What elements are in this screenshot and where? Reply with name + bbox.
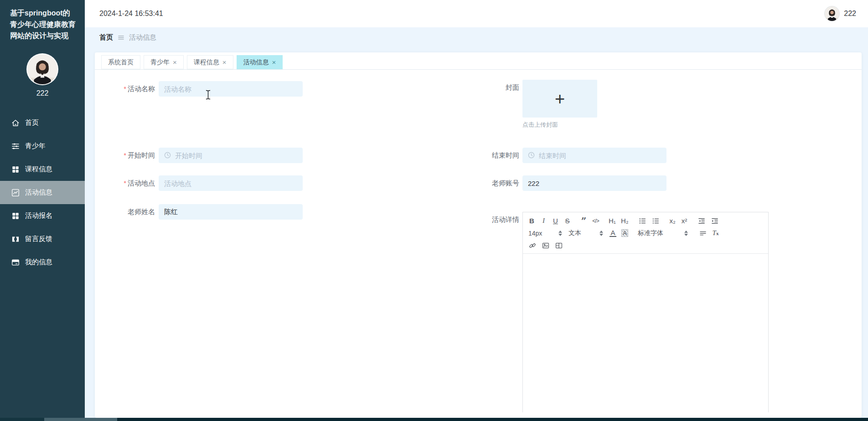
- sidebar-menu: 首页 青少年 课程信息 活动信息 活动报名 留言反馈 我的信息: [0, 111, 85, 274]
- heading2-button[interactable]: H₂: [621, 217, 629, 225]
- toolbar-row-1: B I U S ” </> H₁ H₂ x₂ x²: [528, 215, 763, 226]
- close-icon[interactable]: ×: [272, 59, 276, 66]
- align-icon[interactable]: [699, 229, 707, 237]
- chart-icon: [11, 188, 20, 197]
- tab-courses[interactable]: 课程信息 ×: [187, 55, 233, 69]
- font-family-select[interactable]: 标准字体: [638, 229, 688, 237]
- strikethrough-button[interactable]: S: [564, 217, 571, 225]
- sidebar-item-signup[interactable]: 活动报名: [0, 204, 85, 227]
- activity-location-input[interactable]: [159, 175, 303, 191]
- teacher-account-input[interactable]: [522, 175, 666, 191]
- sidebar-item-feedback[interactable]: 留言反馈: [0, 227, 85, 251]
- avatar[interactable]: [825, 6, 839, 21]
- field-label: *活动地点: [95, 175, 155, 191]
- start-time-picker: [159, 148, 303, 163]
- tab-bar: 系统首页 青少年 × 课程信息 × 活动信息 ×: [101, 55, 283, 69]
- required-star: *: [124, 151, 126, 159]
- sidebar-item-courses[interactable]: 课程信息: [0, 158, 85, 181]
- editor-content[interactable]: [523, 254, 768, 416]
- code-button[interactable]: </>: [592, 218, 599, 224]
- paragraph-format-select[interactable]: 文本: [568, 229, 603, 237]
- field-label: *开始时间: [95, 148, 155, 163]
- start-time-input[interactable]: [159, 148, 303, 163]
- grid-icon: [11, 211, 20, 221]
- end-time-picker: [522, 148, 666, 163]
- breadcrumb-current: 活动信息: [129, 33, 156, 42]
- sidebar-item-label: 课程信息: [25, 165, 52, 174]
- field-label: 老师姓名: [95, 204, 155, 220]
- link-icon[interactable]: [528, 241, 537, 249]
- home-icon: [11, 118, 20, 128]
- close-icon[interactable]: ×: [222, 59, 227, 66]
- user-photo-icon: [825, 6, 839, 21]
- heading1-button[interactable]: H₁: [609, 217, 616, 225]
- indent-icon[interactable]: [711, 216, 719, 225]
- sidebar-item-myinfo[interactable]: 我的信息: [0, 251, 85, 274]
- sidebar-item-label: 首页: [25, 118, 39, 127]
- video-icon[interactable]: [555, 241, 563, 249]
- tab-label: 课程信息: [194, 58, 219, 67]
- tab-system-home[interactable]: 系统首页: [101, 55, 140, 69]
- rich-text-editor: B I U S ” </> H₁ H₂ x₂ x²: [522, 212, 769, 412]
- field-label: 结束时间: [465, 148, 519, 163]
- editor-toolbar: B I U S ” </> H₁ H₂ x₂ x²: [523, 212, 768, 254]
- sliders-icon: [11, 142, 20, 151]
- sidebar: 基于springboot的青少年心理健康教育网站的设计与实现 222 首页 青少…: [0, 0, 85, 418]
- blockquote-button[interactable]: ”: [580, 219, 587, 223]
- sidebar-item-label: 活动信息: [25, 188, 52, 197]
- content-area: 首页 活动信息 系统首页 青少年 × 课程信息 × 活动信息 × *活: [85, 27, 868, 418]
- avatar: [26, 53, 58, 85]
- end-time-input[interactable]: [522, 148, 666, 163]
- sidebar-item-label: 我的信息: [25, 258, 52, 267]
- outdent-icon[interactable]: [698, 216, 706, 225]
- toolbar-row-3: [528, 240, 763, 250]
- clock-icon: [527, 151, 535, 159]
- cover-upload-box[interactable]: +: [522, 80, 597, 118]
- main-card: 系统首页 青少年 × 课程信息 × 活动信息 × *活动名称 封面 +: [95, 52, 862, 418]
- sidebar-item-label: 留言反馈: [25, 235, 52, 243]
- required-star: *: [124, 85, 126, 92]
- tab-youth[interactable]: 青少年 ×: [144, 55, 184, 69]
- sidebar-item-home[interactable]: 首页: [0, 111, 85, 134]
- field-label: 活动详情: [465, 212, 519, 227]
- close-icon[interactable]: ×: [173, 59, 177, 66]
- horizontal-scrollbar[interactable]: [0, 418, 868, 421]
- underline-button[interactable]: U: [552, 217, 559, 225]
- tab-label: 青少年: [150, 58, 170, 67]
- tab-label: 系统首页: [108, 58, 134, 67]
- tab-activities[interactable]: 活动信息 ×: [237, 55, 283, 69]
- app-title: 基于springboot的青少年心理健康教育网站的设计与实现: [0, 0, 85, 41]
- user-menu[interactable]: 222: [825, 0, 856, 27]
- italic-button[interactable]: I: [540, 217, 547, 225]
- card-icon: [11, 258, 20, 267]
- clear-format-button[interactable]: Tx: [712, 229, 719, 237]
- sidebar-item-label: 活动报名: [25, 211, 52, 220]
- feedback-icon: [11, 235, 20, 244]
- font-size-select[interactable]: 14px: [528, 230, 562, 237]
- timestamp: 2024-1-24 16:53:41: [99, 0, 163, 27]
- bold-button[interactable]: B: [528, 217, 535, 225]
- tabbar-divider: [95, 69, 862, 70]
- clock-icon: [164, 151, 171, 159]
- sidebar-item-youth[interactable]: 青少年: [0, 134, 85, 158]
- highlight-color-button[interactable]: A: [621, 229, 628, 237]
- unordered-list-icon[interactable]: [651, 216, 660, 225]
- teacher-name-input[interactable]: [159, 204, 303, 220]
- sidebar-item-activities[interactable]: 活动信息: [0, 181, 85, 204]
- cover-upload-hint: 点击上传封面: [522, 121, 558, 129]
- topbar-username: 222: [844, 10, 856, 18]
- required-star: *: [124, 179, 126, 187]
- subscript-button[interactable]: x₂: [669, 217, 676, 225]
- image-icon[interactable]: [542, 241, 550, 249]
- toolbar-row-2: 14px 文本 A A 标准字体 Tx: [528, 227, 763, 239]
- tab-label: 活动信息: [243, 58, 269, 67]
- breadcrumb: 首页 活动信息: [99, 33, 156, 42]
- activity-name-input[interactable]: [159, 81, 303, 97]
- superscript-button[interactable]: x²: [681, 217, 688, 225]
- text-color-button[interactable]: A: [610, 229, 616, 237]
- scrollbar-thumb[interactable]: [44, 418, 117, 421]
- scrollbar-track-segment: [0, 418, 44, 421]
- ordered-list-icon[interactable]: [638, 216, 646, 225]
- breadcrumb-home[interactable]: 首页: [99, 33, 113, 42]
- plus-icon: +: [555, 90, 565, 108]
